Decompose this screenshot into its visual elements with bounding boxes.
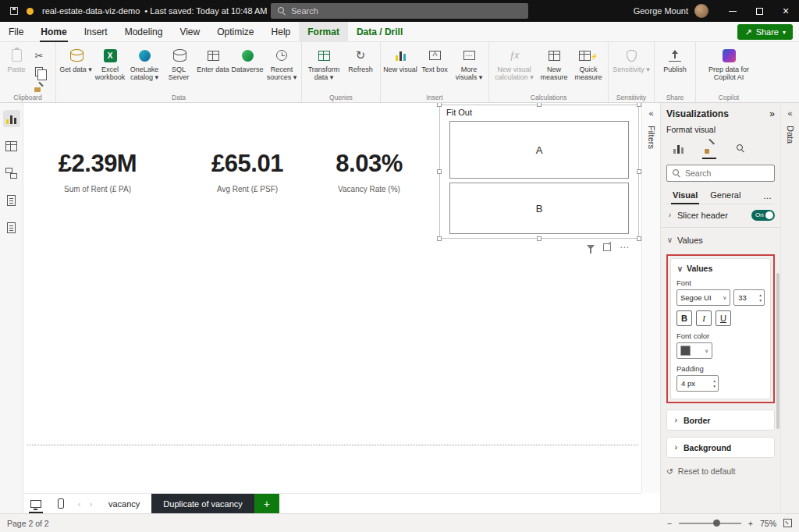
values-section-header[interactable]: Values (666, 229, 775, 250)
table-view-icon[interactable] (3, 137, 20, 154)
excel-workbook-button[interactable]: Excel workbook (93, 44, 127, 82)
report-canvas[interactable]: £2.39M Sum of Rent (£ PA) £65.01 Avg Ren… (23, 103, 641, 493)
search-input[interactable] (291, 6, 522, 16)
next-page-icon[interactable] (85, 499, 97, 509)
share-button[interactable]: Share (737, 24, 793, 40)
stepper-icons[interactable] (759, 293, 762, 302)
avatar[interactable] (694, 4, 708, 18)
user-name[interactable]: George Mount (634, 6, 688, 16)
italic-button[interactable]: I (696, 310, 712, 326)
zoom-out-icon[interactable] (667, 519, 672, 528)
page-tab-duplicate-of-vacancy[interactable]: Duplicate of vacancy (151, 494, 254, 513)
format-painter-icon[interactable] (32, 81, 46, 93)
tab-file[interactable]: File (0, 22, 32, 42)
resize-handle[interactable] (437, 236, 442, 241)
text-box-button[interactable]: Text box (417, 44, 452, 73)
sensitivity-button[interactable]: Sensitivity ▾ (611, 44, 652, 73)
model-view-icon[interactable] (3, 165, 20, 182)
desktop-layout-icon[interactable] (23, 494, 48, 513)
zoom-level[interactable]: 75% (760, 519, 776, 528)
zoom-slider[interactable] (679, 523, 741, 524)
slicer-header-row[interactable]: Slicer header On (666, 204, 775, 225)
tab-general[interactable]: General (704, 187, 747, 204)
tab-help[interactable]: Help (263, 22, 300, 42)
kpi-card-vacancy-rate[interactable]: 8.03% Vacancy Rate (%) (307, 150, 431, 193)
refresh-button[interactable]: Refresh (343, 44, 378, 73)
zoom-in-icon[interactable] (748, 519, 753, 528)
format-visual-icon[interactable] (700, 139, 719, 158)
transform-data-button[interactable]: Transform data ▾ (304, 44, 343, 82)
reset-to-default[interactable]: Reset to default (666, 466, 775, 476)
bold-button[interactable]: B (676, 310, 692, 326)
enter-data-button[interactable]: Enter data (196, 44, 230, 73)
resize-handle[interactable] (537, 103, 542, 107)
more-options-icon[interactable] (763, 191, 775, 200)
more-visuals-button[interactable]: More visuals ▾ (452, 44, 486, 82)
build-visual-icon[interactable] (669, 139, 687, 158)
new-measure-button[interactable]: New measure (537, 44, 571, 82)
tab-view[interactable]: View (171, 22, 208, 42)
background-card[interactable]: Background (666, 437, 775, 458)
focus-mode-icon[interactable] (603, 243, 611, 251)
tab-optimize[interactable]: Optimize (208, 22, 262, 42)
fit-to-page-icon[interactable] (783, 519, 792, 527)
font-size-input[interactable]: 33 (733, 289, 765, 306)
format-search[interactable] (666, 165, 775, 182)
slicer-visual-selected[interactable]: Fit Out A B (439, 105, 639, 239)
collapse-pane-icon[interactable] (769, 108, 775, 119)
slicer-option-a[interactable]: A (449, 121, 629, 179)
get-data-button[interactable]: Get data ▾ (59, 44, 93, 73)
dax-query-view-icon[interactable] (3, 192, 20, 209)
new-visual-button[interactable]: New visual (383, 44, 417, 73)
publish-button[interactable]: Publish (657, 44, 693, 73)
tab-modeling[interactable]: Modeling (116, 22, 172, 42)
dataverse-button[interactable]: Dataverse (230, 44, 265, 73)
global-search[interactable] (271, 3, 528, 19)
onelake-catalog-button[interactable]: OneLake catalog ▾ (127, 44, 162, 82)
pane-scrollbar[interactable] (776, 273, 779, 429)
paste-button[interactable]: Paste (2, 44, 30, 73)
resize-handle[interactable] (537, 236, 542, 241)
filters-pane-collapsed[interactable]: Filters (641, 103, 660, 493)
cut-icon[interactable] (32, 50, 46, 62)
stepper-icons[interactable] (713, 378, 716, 388)
expand-filters-icon[interactable] (648, 108, 653, 118)
kpi-card-sum-rent[interactable]: £2.39M Sum of Rent (£ PA) (35, 150, 160, 193)
values-card-header[interactable]: Values (676, 264, 765, 273)
tmdl-view-icon[interactable] (3, 219, 20, 236)
tab-visual[interactable]: Visual (666, 187, 704, 204)
new-visual-calculation-button[interactable]: New visual calculation ▾ (492, 44, 537, 82)
border-card[interactable]: Border (666, 410, 775, 431)
zoom-slider-knob[interactable] (713, 520, 720, 527)
previous-page-icon[interactable] (73, 499, 85, 509)
tab-data-drill[interactable]: Data / Drill (348, 22, 411, 42)
prep-data-copilot-button[interactable]: Prep data for Copilot AI (698, 44, 759, 82)
tab-format[interactable]: Format (299, 22, 348, 42)
font-color-select[interactable] (676, 342, 712, 359)
sql-server-button[interactable]: SQL Server (162, 44, 196, 82)
recent-sources-button[interactable]: Recent sources ▾ (265, 44, 299, 82)
more-options-icon[interactable] (620, 242, 629, 253)
minimize-button[interactable] (719, 0, 746, 22)
resize-handle[interactable] (437, 169, 442, 174)
close-button[interactable] (772, 0, 799, 22)
copy-icon[interactable] (32, 66, 46, 77)
page-tab-vacancy[interactable]: vacancy (97, 494, 151, 513)
slicer-option-b[interactable]: B (449, 183, 629, 234)
save-icon[interactable] (10, 7, 18, 15)
autosave-indicator-icon[interactable] (27, 8, 34, 15)
tab-home[interactable]: Home (32, 22, 75, 42)
format-search-input[interactable] (685, 168, 769, 178)
data-pane-collapsed[interactable]: Data (780, 103, 799, 513)
filter-icon[interactable] (587, 245, 595, 250)
slicer-header-toggle[interactable]: On (751, 210, 775, 221)
mobile-layout-icon[interactable] (48, 494, 73, 513)
quick-measure-button[interactable]: Quick measure (571, 44, 605, 82)
add-page-button[interactable] (254, 494, 279, 513)
maximize-button[interactable] (746, 0, 772, 22)
document-title[interactable]: real-estate-data-viz-demo • Last saved: … (42, 6, 275, 16)
underline-button[interactable]: U (716, 310, 731, 326)
resize-handle[interactable] (437, 103, 442, 107)
report-view-icon[interactable] (3, 110, 20, 127)
tab-insert[interactable]: Insert (76, 22, 116, 42)
